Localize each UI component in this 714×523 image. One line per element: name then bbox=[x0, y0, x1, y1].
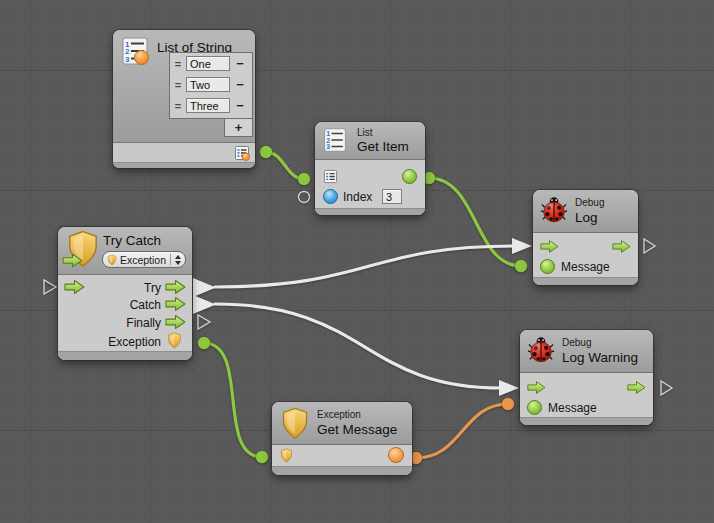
output-port-row bbox=[113, 142, 255, 164]
list-icon bbox=[120, 36, 150, 66]
node-title: Try Catch bbox=[103, 233, 161, 248]
flow-input-port[interactable] bbox=[527, 380, 546, 395]
node-bottom-strip bbox=[533, 277, 638, 285]
list-item-row: = Two − bbox=[170, 74, 252, 95]
dropdown-arrows-icon bbox=[175, 255, 181, 265]
message-input-port[interactable] bbox=[540, 259, 555, 274]
node-bottom-strip bbox=[58, 351, 192, 360]
node-category: List bbox=[357, 127, 373, 138]
flow-arrowhead-log-input[interactable] bbox=[512, 238, 532, 254]
shield-icon bbox=[107, 254, 117, 266]
node-bottom-strip bbox=[272, 466, 412, 475]
list-output-port-icon[interactable] bbox=[234, 145, 250, 161]
list-icon bbox=[322, 127, 348, 153]
drag-handle-icon[interactable]: = bbox=[170, 79, 186, 91]
drag-handle-icon[interactable]: = bbox=[170, 100, 186, 112]
graph-canvas[interactable]: List of String = One − = Two − = Three − bbox=[0, 0, 714, 523]
dropdown-selected-value: Exception bbox=[120, 254, 166, 266]
node-title: Get Item bbox=[357, 139, 409, 154]
flow-output-port[interactable] bbox=[612, 239, 631, 254]
flow-input-port[interactable] bbox=[64, 279, 85, 295]
list-item-row: = Three − bbox=[170, 95, 252, 116]
message-input-port[interactable] bbox=[527, 400, 542, 415]
node-category: Debug bbox=[562, 337, 591, 348]
unconnected-flow-output-log[interactable] bbox=[644, 239, 655, 253]
index-value-field[interactable]: 3 bbox=[382, 189, 402, 204]
list-input-port-icon[interactable] bbox=[323, 169, 338, 184]
add-item-button[interactable]: + bbox=[224, 118, 253, 137]
remove-item-button[interactable]: − bbox=[230, 75, 250, 95]
try-label: Try bbox=[144, 281, 161, 295]
wire-getmessage-to-warning-message[interactable] bbox=[416, 404, 508, 458]
node-title: Log Warning bbox=[562, 350, 638, 365]
wire-exception-to-getmessage[interactable] bbox=[204, 343, 262, 457]
node-debug-log-warning[interactable]: Debug Log Warning Message bbox=[520, 330, 653, 425]
node-header: List of String = One − = Two − = Three − bbox=[113, 30, 255, 143]
node-get-message[interactable]: Exception Get Message bbox=[272, 402, 412, 475]
wire-try-to-log[interactable] bbox=[215, 246, 514, 287]
node-bottom-strip bbox=[520, 417, 653, 425]
index-label: Index bbox=[343, 190, 372, 204]
wire-endpoint[interactable] bbox=[298, 173, 311, 186]
catch-label: Catch bbox=[130, 298, 161, 312]
unconnected-flow-output-logwarning[interactable] bbox=[661, 381, 672, 395]
wire-endpoint[interactable] bbox=[515, 260, 528, 273]
wire-endpoint[interactable] bbox=[502, 398, 515, 411]
list-editor: = One − = Two − = Three − bbox=[169, 52, 253, 119]
message-label: Message bbox=[548, 401, 597, 415]
node-category: Debug bbox=[575, 197, 604, 208]
unconnected-flow-input-trycatch[interactable] bbox=[44, 280, 56, 294]
node-header: Debug Log bbox=[533, 190, 638, 233]
node-category: Exception bbox=[317, 409, 361, 420]
node-header: List Get Item bbox=[315, 122, 425, 160]
node-list-of-string[interactable]: List of String = One − = Two − = Three − bbox=[113, 30, 255, 168]
node-title: Get Message bbox=[317, 422, 397, 437]
finally-output-port[interactable] bbox=[165, 314, 186, 330]
wire-getitem-to-log-message[interactable] bbox=[429, 178, 521, 266]
shield-flow-icon bbox=[62, 230, 102, 270]
node-bottom-strip bbox=[113, 162, 255, 168]
list-item-field[interactable]: Three bbox=[186, 98, 230, 113]
node-debug-log[interactable]: Debug Log Message bbox=[533, 190, 638, 285]
flow-output-port[interactable] bbox=[627, 380, 646, 395]
message-output-port[interactable] bbox=[388, 447, 404, 463]
list-item-field[interactable]: One bbox=[186, 56, 230, 71]
message-label: Message bbox=[561, 260, 610, 274]
shield-icon bbox=[280, 407, 310, 440]
flow-input-port[interactable] bbox=[540, 239, 559, 254]
remove-item-button[interactable]: − bbox=[230, 54, 250, 74]
node-header: Try Catch Exception bbox=[58, 227, 192, 275]
wire-endpoint[interactable] bbox=[256, 451, 269, 464]
ladybug-icon bbox=[540, 196, 568, 224]
remove-item-button[interactable]: − bbox=[230, 96, 250, 116]
exception-input-port[interactable] bbox=[280, 448, 293, 463]
result-output-port[interactable] bbox=[402, 169, 417, 184]
exception-output-port[interactable] bbox=[167, 332, 182, 349]
dropdown-separator bbox=[170, 254, 171, 265]
try-output-port[interactable] bbox=[165, 279, 186, 295]
list-item-row: = One − bbox=[170, 53, 252, 74]
node-get-item[interactable]: List Get Item Index 3 bbox=[315, 122, 425, 215]
wire-catch-to-logwarning[interactable] bbox=[215, 304, 501, 388]
list-item-field[interactable]: Two bbox=[186, 77, 230, 92]
wire-endpoint[interactable] bbox=[198, 337, 211, 350]
exception-label: Exception bbox=[108, 335, 161, 349]
node-title: Log bbox=[575, 210, 598, 225]
unconnected-value-input-index[interactable] bbox=[299, 192, 310, 203]
ladybug-icon bbox=[527, 336, 555, 364]
node-try-catch[interactable]: Try Catch Exception Try Catch Finally bbox=[58, 227, 192, 360]
node-bottom-strip bbox=[315, 208, 425, 215]
node-header: Debug Log Warning bbox=[520, 330, 653, 373]
index-input-port[interactable] bbox=[323, 189, 338, 204]
finally-label: Finally bbox=[126, 316, 161, 330]
catch-output-port[interactable] bbox=[165, 296, 186, 312]
flow-arrowhead-logwarning-input[interactable] bbox=[499, 380, 519, 396]
wire-endpoint[interactable] bbox=[260, 146, 273, 159]
exception-type-dropdown[interactable]: Exception bbox=[102, 251, 186, 268]
node-header: Exception Get Message bbox=[272, 402, 412, 445]
flow-source-triangle-try[interactable] bbox=[193, 278, 216, 297]
unconnected-flow-output-finally[interactable] bbox=[198, 315, 210, 329]
flow-source-triangle-catch[interactable] bbox=[193, 295, 216, 314]
drag-handle-icon[interactable]: = bbox=[170, 58, 186, 70]
